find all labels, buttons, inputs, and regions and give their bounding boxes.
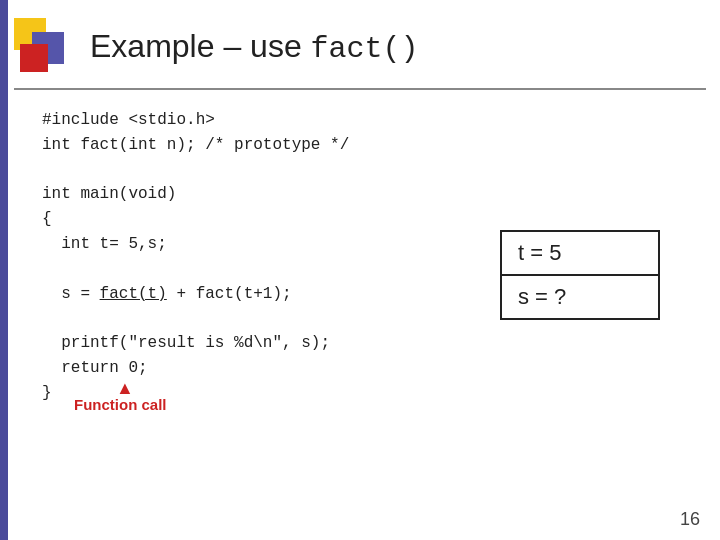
code-line-5: { bbox=[42, 207, 349, 232]
code-block: #include <stdio.h> int fact(int n); /* p… bbox=[42, 108, 349, 406]
title-divider bbox=[14, 88, 706, 90]
function-call-label: Function call bbox=[74, 396, 167, 413]
table-row-t: t = 5 bbox=[502, 232, 658, 276]
red-square bbox=[20, 44, 48, 72]
table-row-s: s = ? bbox=[502, 276, 658, 318]
code-line-4: int main(void) bbox=[42, 182, 349, 207]
left-accent-bar bbox=[0, 0, 8, 540]
code-line-1: #include <stdio.h> bbox=[42, 108, 349, 133]
code-line-3 bbox=[42, 158, 349, 183]
code-line-9 bbox=[42, 306, 349, 331]
title-mono: fact() bbox=[311, 32, 419, 66]
code-line-2: int fact(int n); /* prototype */ bbox=[42, 133, 349, 158]
code-line-8: s = fact(t) + fact(t+1); bbox=[42, 282, 349, 307]
slide-title: Example – use fact() bbox=[90, 28, 419, 66]
decorative-squares bbox=[14, 18, 74, 78]
code-line-7 bbox=[42, 257, 349, 282]
code-line-6: int t= 5,s; bbox=[42, 232, 349, 257]
code-line-11: return 0; bbox=[42, 356, 349, 381]
slide-number: 16 bbox=[680, 509, 700, 530]
variable-table: t = 5 s = ? bbox=[500, 230, 660, 320]
title-text: Example – use bbox=[90, 28, 311, 64]
code-line-10: printf("result is %d\n", s); bbox=[42, 331, 349, 356]
